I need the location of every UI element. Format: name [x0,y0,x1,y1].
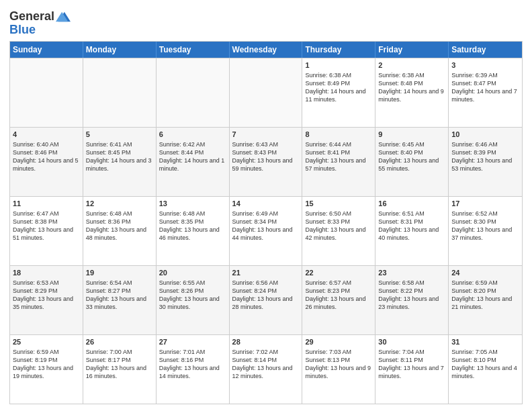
header-cell-tuesday: Tuesday [157,42,230,58]
cell-info-text: Sunrise: 6:46 AM Sunset: 8:39 PM Dayligh… [451,140,519,173]
logo-blue: Blue [9,23,71,37]
day-number: 14 [232,199,300,209]
day-number: 9 [378,130,445,140]
calendar-cell-31: 31Sunrise: 7:05 AM Sunset: 8:10 PM Dayli… [449,335,522,404]
calendar-cell-16: 16Sunrise: 6:51 AM Sunset: 8:31 PM Dayli… [375,197,449,265]
calendar-cell-23: 23Sunrise: 6:58 AM Sunset: 8:22 PM Dayli… [375,266,449,334]
calendar-cell-2: 2Sunrise: 6:38 AM Sunset: 8:48 PM Daylig… [375,58,449,127]
calendar-cell-3: 3Sunrise: 6:39 AM Sunset: 8:47 PM Daylig… [449,58,522,127]
day-number: 30 [378,337,445,347]
calendar-body: 1Sunrise: 6:38 AM Sunset: 8:49 PM Daylig… [10,58,522,404]
cell-info-text: Sunrise: 6:50 AM Sunset: 8:33 PM Dayligh… [305,210,372,242]
cell-info-text: Sunrise: 7:00 AM Sunset: 8:17 PM Dayligh… [86,348,153,381]
calendar-cell-30: 30Sunrise: 7:04 AM Sunset: 8:11 PM Dayli… [375,335,449,404]
calendar-cell-14: 14Sunrise: 6:49 AM Sunset: 8:34 PM Dayli… [230,197,303,265]
calendar-cell-11: 11Sunrise: 6:47 AM Sunset: 8:38 PM Dayli… [10,197,83,265]
calendar-cell-21: 21Sunrise: 6:56 AM Sunset: 8:24 PM Dayli… [230,266,303,334]
calendar-cell-1: 1Sunrise: 6:38 AM Sunset: 8:49 PM Daylig… [302,58,375,127]
cell-info-text: Sunrise: 7:04 AM Sunset: 8:11 PM Dayligh… [378,348,445,381]
day-number: 16 [378,199,445,209]
day-number: 17 [451,199,519,209]
cell-info-text: Sunrise: 6:49 AM Sunset: 8:34 PM Dayligh… [232,210,300,242]
calendar-cell-29: 29Sunrise: 7:03 AM Sunset: 8:13 PM Dayli… [302,335,375,404]
calendar-cell-25: 25Sunrise: 6:59 AM Sunset: 8:19 PM Dayli… [10,335,83,404]
calendar-cell-4: 4Sunrise: 6:40 AM Sunset: 8:46 PM Daylig… [10,128,83,196]
calendar-week-5: 25Sunrise: 6:59 AM Sunset: 8:19 PM Dayli… [10,334,522,404]
logo-text: General [9,10,54,24]
cell-info-text: Sunrise: 6:41 AM Sunset: 8:45 PM Dayligh… [86,140,153,173]
calendar-cell-8: 8Sunrise: 6:44 AM Sunset: 8:41 PM Daylig… [302,128,375,196]
calendar-cell-10: 10Sunrise: 6:46 AM Sunset: 8:39 PM Dayli… [449,128,522,196]
calendar-cell-empty-0 [10,58,83,127]
cell-info-text: Sunrise: 6:38 AM Sunset: 8:48 PM Dayligh… [378,71,445,104]
calendar-week-3: 11Sunrise: 6:47 AM Sunset: 8:38 PM Dayli… [10,196,522,265]
header-cell-friday: Friday [375,42,449,58]
calendar-week-2: 4Sunrise: 6:40 AM Sunset: 8:46 PM Daylig… [10,127,522,196]
cell-info-text: Sunrise: 6:45 AM Sunset: 8:40 PM Dayligh… [378,140,445,173]
calendar-cell-24: 24Sunrise: 6:59 AM Sunset: 8:20 PM Dayli… [449,266,522,334]
calendar-header-row: SundayMondayTuesdayWednesdayThursdayFrid… [10,42,522,58]
day-number: 12 [86,199,153,209]
cell-info-text: Sunrise: 7:05 AM Sunset: 8:10 PM Dayligh… [451,348,519,381]
calendar-cell-13: 13Sunrise: 6:48 AM Sunset: 8:35 PM Dayli… [157,197,230,265]
calendar-grid: SundayMondayTuesdayWednesdayThursdayFrid… [9,41,523,404]
day-number: 7 [232,130,300,140]
day-number: 13 [159,199,226,209]
cell-info-text: Sunrise: 6:59 AM Sunset: 8:20 PM Dayligh… [451,279,519,312]
header-cell-sunday: Sunday [10,42,83,58]
day-number: 19 [86,268,153,278]
day-number: 23 [378,268,445,278]
header-cell-monday: Monday [83,42,157,58]
cell-info-text: Sunrise: 6:51 AM Sunset: 8:31 PM Dayligh… [378,210,445,242]
cell-info-text: Sunrise: 6:48 AM Sunset: 8:36 PM Dayligh… [86,210,153,242]
calendar-cell-17: 17Sunrise: 6:52 AM Sunset: 8:30 PM Dayli… [449,197,522,265]
day-number: 11 [13,199,80,209]
header-cell-thursday: Thursday [302,42,375,58]
cell-info-text: Sunrise: 6:58 AM Sunset: 8:22 PM Dayligh… [378,279,445,312]
calendar-week-1: 1Sunrise: 6:38 AM Sunset: 8:49 PM Daylig… [10,58,522,127]
cell-info-text: Sunrise: 6:59 AM Sunset: 8:19 PM Dayligh… [13,348,80,381]
calendar-cell-empty-2 [157,58,230,127]
calendar-cell-22: 22Sunrise: 6:57 AM Sunset: 8:23 PM Dayli… [302,266,375,334]
calendar-cell-15: 15Sunrise: 6:50 AM Sunset: 8:33 PM Dayli… [302,197,375,265]
day-number: 27 [159,337,226,347]
cell-info-text: Sunrise: 6:55 AM Sunset: 8:26 PM Dayligh… [159,279,226,312]
day-number: 1 [305,60,372,71]
day-number: 28 [232,337,300,347]
day-number: 8 [305,130,372,140]
calendar-cell-26: 26Sunrise: 7:00 AM Sunset: 8:17 PM Dayli… [83,335,157,404]
day-number: 3 [451,60,519,71]
calendar-cell-19: 19Sunrise: 6:54 AM Sunset: 8:27 PM Dayli… [83,266,157,334]
calendar-cell-9: 9Sunrise: 6:45 AM Sunset: 8:40 PM Daylig… [375,128,449,196]
calendar-page: General Blue SundayMondayTuesdayWednesda… [0,0,532,411]
day-number: 5 [86,130,153,140]
day-number: 29 [305,337,372,347]
day-number: 2 [378,60,445,71]
cell-info-text: Sunrise: 6:54 AM Sunset: 8:27 PM Dayligh… [86,279,153,312]
cell-info-text: Sunrise: 7:02 AM Sunset: 8:14 PM Dayligh… [232,348,300,381]
day-number: 21 [232,268,300,278]
logo-icon [56,9,71,24]
cell-info-text: Sunrise: 6:39 AM Sunset: 8:47 PM Dayligh… [451,71,519,104]
cell-info-text: Sunrise: 6:44 AM Sunset: 8:41 PM Dayligh… [305,140,372,173]
cell-info-text: Sunrise: 6:38 AM Sunset: 8:49 PM Dayligh… [305,71,372,104]
calendar-cell-empty-3 [230,58,303,127]
day-number: 22 [305,268,372,278]
day-number: 24 [451,268,519,278]
calendar-cell-18: 18Sunrise: 6:53 AM Sunset: 8:29 PM Dayli… [10,266,83,334]
calendar-cell-27: 27Sunrise: 7:01 AM Sunset: 8:16 PM Dayli… [157,335,230,404]
cell-info-text: Sunrise: 6:43 AM Sunset: 8:43 PM Dayligh… [232,140,300,173]
header-cell-saturday: Saturday [449,42,522,58]
calendar-cell-empty-1 [83,58,157,127]
day-number: 18 [13,268,80,278]
cell-info-text: Sunrise: 6:57 AM Sunset: 8:23 PM Dayligh… [305,279,372,312]
calendar-cell-20: 20Sunrise: 6:55 AM Sunset: 8:26 PM Dayli… [157,266,230,334]
calendar-cell-6: 6Sunrise: 6:42 AM Sunset: 8:44 PM Daylig… [157,128,230,196]
calendar-week-4: 18Sunrise: 6:53 AM Sunset: 8:29 PM Dayli… [10,265,522,334]
calendar-cell-28: 28Sunrise: 7:02 AM Sunset: 8:14 PM Dayli… [230,335,303,404]
page-header: General Blue [9,7,523,37]
day-number: 31 [451,337,519,347]
cell-info-text: Sunrise: 6:40 AM Sunset: 8:46 PM Dayligh… [13,140,80,173]
logo: General Blue [9,9,71,37]
cell-info-text: Sunrise: 6:53 AM Sunset: 8:29 PM Dayligh… [13,279,80,312]
